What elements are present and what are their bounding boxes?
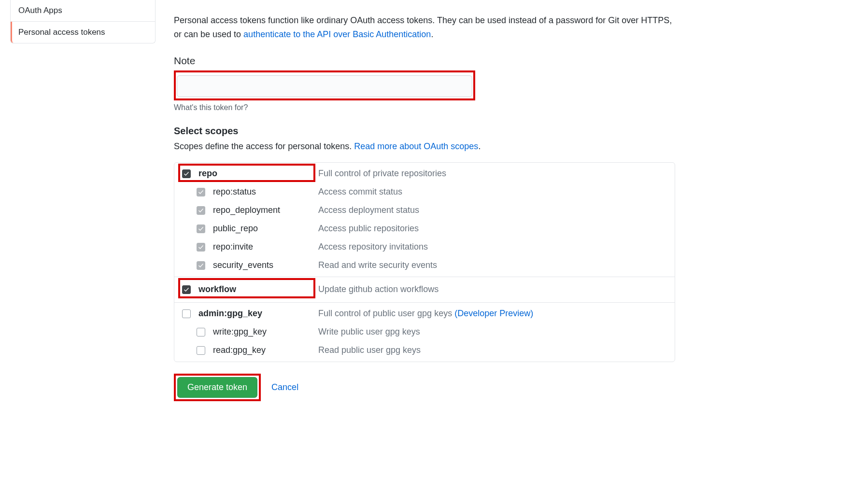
scope-row-security-events: security_events Read and write security …: [174, 256, 675, 275]
scope-row-repo-deployment: repo_deployment Access deployment status: [174, 201, 675, 220]
scope-desc-workflow: Update github action workflows: [318, 284, 439, 294]
intro-auth-link[interactable]: authenticate to the API over Basic Authe…: [243, 29, 431, 39]
scopes-description: Scopes define the access for personal to…: [174, 141, 676, 152]
scopes-desc-after: .: [478, 141, 481, 151]
scope-row-read-gpg-key: read:gpg_key Read public user gpg keys: [174, 341, 675, 360]
scope-name-repo-status: repo:status: [213, 187, 318, 197]
checkmark-icon: [198, 208, 204, 213]
checkbox-write-gpg-key[interactable]: [197, 328, 205, 336]
checkmark-icon: [198, 226, 204, 232]
scope-desc-repo-invite: Access repository invitations: [318, 242, 428, 252]
scope-row-workflow: workflow Update github action workflows: [174, 279, 675, 300]
scope-desc-repo: Full control of private repositories: [318, 168, 446, 179]
checkmark-icon: [198, 244, 204, 250]
note-input[interactable]: [177, 75, 472, 97]
cancel-link[interactable]: Cancel: [271, 382, 298, 392]
scope-name-admin-gpg-key: admin:gpg_key: [198, 308, 318, 319]
scope-row-public-repo: public_repo Access public repositories: [174, 220, 675, 238]
intro-text: Personal access tokens function like ord…: [174, 14, 676, 42]
checkbox-admin-gpg-key[interactable]: [182, 309, 191, 318]
checkbox-repo-invite[interactable]: [197, 243, 205, 252]
checkmark-icon: [198, 263, 204, 268]
scope-desc-public-repo: Access public repositories: [318, 224, 419, 234]
scope-name-workflow: workflow: [198, 284, 318, 294]
scopes-desc-before: Scopes define the access for personal to…: [174, 141, 354, 151]
scope-name-security-events: security_events: [213, 260, 318, 270]
generate-token-button[interactable]: Generate token: [177, 377, 257, 398]
scope-name-read-gpg-key: read:gpg_key: [213, 345, 318, 355]
scope-name-repo-invite: repo:invite: [213, 242, 318, 252]
scope-group-repo: repo Full control of private repositorie…: [174, 163, 675, 277]
scope-desc-read-gpg-key: Read public user gpg keys: [318, 345, 421, 355]
intro-text-after: .: [431, 29, 433, 39]
scope-name-repo-deployment: repo_deployment: [213, 205, 318, 215]
checkbox-read-gpg-key[interactable]: [197, 346, 205, 355]
scopes-readmore-link[interactable]: Read more about OAuth scopes: [354, 141, 478, 151]
scope-desc-write-gpg-key: Write public user gpg keys: [318, 327, 420, 337]
main-content: Personal access tokens function like ord…: [174, 14, 676, 401]
checkbox-repo-status[interactable]: [197, 188, 205, 196]
scope-group-workflow: workflow Update github action workflows: [174, 277, 675, 303]
scope-name-public-repo: public_repo: [213, 224, 318, 234]
sidebar-item-oauth-apps[interactable]: OAuth Apps: [11, 0, 155, 22]
scope-desc-repo-deployment: Access deployment status: [318, 205, 419, 215]
scopes-heading: Select scopes: [174, 126, 676, 137]
checkbox-workflow[interactable]: [182, 285, 191, 294]
developer-preview-link[interactable]: (Developer Preview): [454, 308, 533, 318]
note-hint: What's this token for?: [174, 103, 676, 112]
note-highlight-box: [174, 70, 475, 100]
scope-desc-admin-gpg-key: Full control of public user gpg keys (De…: [318, 308, 533, 319]
sidebar: OAuth Apps Personal access tokens: [10, 0, 156, 43]
checkbox-public-repo[interactable]: [197, 224, 205, 233]
checkmark-icon: [184, 171, 189, 177]
scopes-box: repo Full control of private repositorie…: [174, 162, 675, 362]
scope-name-repo: repo: [198, 168, 318, 179]
checkbox-repo[interactable]: [182, 169, 191, 178]
scope-row-repo-invite: repo:invite Access repository invitation…: [174, 238, 675, 256]
scope-row-repo-status: repo:status Access commit status: [174, 183, 675, 201]
generate-highlight-box: Generate token: [174, 374, 261, 401]
scope-row-write-gpg-key: write:gpg_key Write public user gpg keys: [174, 323, 675, 341]
scope-row-admin-gpg-key: admin:gpg_key Full control of public use…: [174, 305, 675, 323]
sidebar-item-personal-access-tokens[interactable]: Personal access tokens: [11, 22, 155, 43]
note-label: Note: [174, 55, 676, 67]
scope-row-repo: repo Full control of private repositorie…: [174, 165, 675, 183]
checkmark-icon: [184, 287, 189, 293]
checkbox-security-events[interactable]: [197, 261, 205, 270]
scope-desc-security-events: Read and write security events: [318, 260, 437, 270]
checkbox-repo-deployment[interactable]: [197, 206, 205, 215]
checkmark-icon: [198, 189, 204, 195]
scope-desc-repo-status: Access commit status: [318, 187, 402, 197]
scope-group-admin-gpg-key: admin:gpg_key Full control of public use…: [174, 303, 675, 362]
scope-name-write-gpg-key: write:gpg_key: [213, 327, 318, 337]
scope-desc-admin-gpg-key-text: Full control of public user gpg keys: [318, 308, 454, 318]
actions-row: Generate token Cancel: [174, 374, 676, 401]
